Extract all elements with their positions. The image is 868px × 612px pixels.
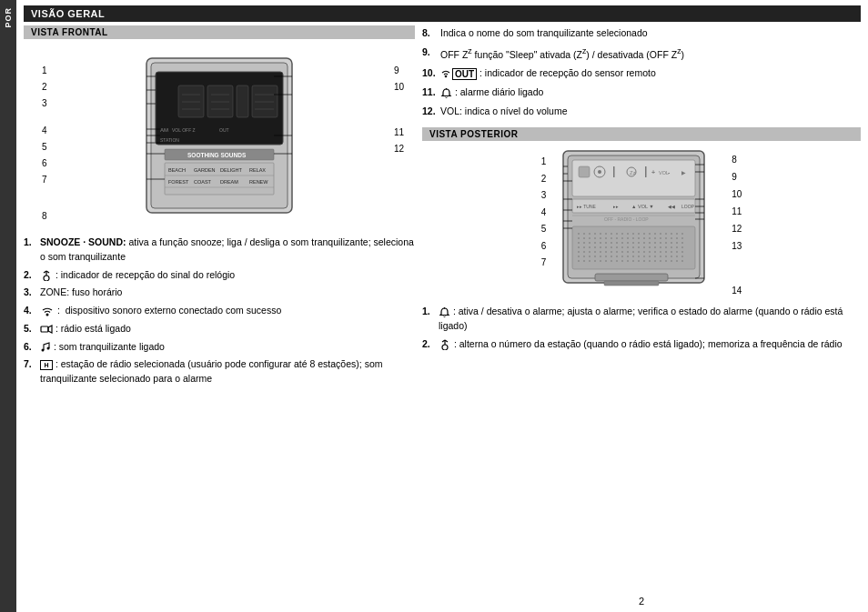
svg-point-101 [583, 237, 585, 239]
svg-point-185 [605, 256, 607, 257]
device-front-area: 1 2 3 4 5 6 7 8 [24, 45, 415, 228]
svg-text:BEACH: BEACH [168, 167, 186, 173]
svg-text:GARDEN: GARDEN [194, 167, 216, 173]
svg-point-151 [638, 246, 640, 248]
svg-point-138 [676, 242, 678, 244]
svg-point-212 [643, 260, 645, 262]
svg-point-103 [594, 237, 596, 239]
svg-point-95 [660, 233, 661, 235]
svg-text:RENEW: RENEW [249, 179, 268, 185]
svg-point-158 [676, 246, 678, 248]
svg-rect-220 [595, 274, 668, 281]
svg-point-81 [583, 233, 585, 235]
svg-point-88 [621, 233, 623, 235]
svg-point-199 [681, 256, 683, 257]
svg-text:RELAX: RELAX [249, 167, 266, 173]
svg-point-122 [589, 242, 590, 244]
svg-point-194 [654, 256, 656, 257]
out-icon: OUT [440, 68, 477, 80]
svg-point-188 [621, 256, 623, 257]
svg-point-146 [611, 246, 612, 248]
svg-point-155 [660, 246, 661, 248]
right-items-list: 8. Indica o nome do som tranquilizante s… [422, 25, 861, 122]
list-item: 1. SNOOZE · SOUND: ativa a função snooze… [24, 236, 415, 265]
svg-point-215 [660, 260, 661, 262]
svg-text:VOL OFF Z: VOL OFF Z [172, 127, 196, 133]
svg-point-163 [594, 251, 596, 253]
svg-point-45 [44, 276, 49, 281]
list-item: 2. : indicador de recepção do sinal do r… [24, 268, 415, 283]
list-item: 9. OFF Zz função "Sleep" ativada (Zz) / … [422, 45, 861, 62]
svg-point-117 [671, 237, 672, 239]
left-numbers: 1 2 3 4 5 6 7 8 [42, 63, 47, 225]
right-numbers: 9 10 11 12 [394, 63, 404, 157]
svg-point-154 [654, 246, 656, 248]
front-desc-list: 1. SNOOZE · SOUND: ativa a função snooze… [24, 236, 415, 390]
svg-text:DELIGHT: DELIGHT [220, 167, 242, 173]
svg-point-198 [676, 256, 678, 257]
svg-text:▶: ▶ [681, 170, 686, 176]
svg-point-208 [621, 260, 623, 262]
device-back-svg: Zz + VOL - ▶ ▸▸ TUNE ▸▸ ▲ VOL ▼ ◀◀ [550, 146, 732, 292]
page-number: 2 [422, 592, 861, 607]
svg-point-204 [600, 260, 601, 262]
svg-point-118 [676, 237, 678, 239]
svg-point-99 [681, 233, 683, 235]
svg-point-128 [621, 242, 623, 244]
svg-point-112 [643, 237, 645, 239]
device-back-area: 1 2 3 4 5 6 7 [422, 146, 861, 299]
svg-point-174 [654, 251, 656, 253]
list-item: 2. : alterna o número da estação (quando… [422, 337, 861, 352]
svg-rect-59 [572, 160, 695, 196]
svg-point-104 [600, 237, 601, 239]
svg-rect-4 [207, 85, 233, 117]
svg-point-93 [649, 233, 651, 235]
side-tab: POR [0, 0, 16, 612]
svg-point-165 [605, 251, 607, 253]
svg-point-178 [676, 251, 678, 253]
list-item: 5. : rádio está ligado [24, 322, 415, 336]
svg-point-135 [660, 242, 661, 244]
svg-rect-6 [252, 85, 278, 117]
svg-point-49 [46, 314, 49, 316]
svg-rect-5 [237, 85, 248, 117]
svg-point-153 [649, 246, 651, 248]
svg-point-89 [627, 233, 629, 235]
two-col-layout: VISTA FRONTAL 1 2 3 4 5 6 7 8 [24, 25, 861, 607]
svg-point-147 [616, 246, 618, 248]
list-item: 6. : som tranquilizante ligado [24, 340, 415, 355]
svg-text:FOREST: FOREST [168, 179, 189, 185]
svg-point-148 [621, 246, 623, 248]
svg-point-131 [638, 242, 640, 244]
svg-point-206 [611, 260, 612, 262]
svg-point-172 [643, 251, 645, 253]
svg-point-124 [600, 242, 601, 244]
device-svg-front: AM VOL OFF Z OUT STATION SOOTHING SOUNDS… [128, 45, 310, 228]
antenna-icon-back [439, 339, 451, 350]
svg-point-132 [643, 242, 645, 244]
svg-point-109 [627, 237, 629, 239]
svg-point-94 [654, 233, 656, 235]
svg-point-149 [627, 246, 629, 248]
svg-point-86 [611, 233, 612, 235]
svg-point-214 [654, 260, 656, 262]
svg-point-218 [676, 260, 678, 262]
svg-point-130 [632, 242, 634, 244]
svg-point-80 [578, 233, 580, 235]
svg-point-110 [632, 237, 634, 239]
svg-text:OUT: OUT [219, 127, 229, 133]
svg-point-54 [445, 75, 448, 78]
svg-text:STATION: STATION [160, 137, 179, 143]
svg-point-52 [42, 348, 45, 351]
svg-point-144 [600, 246, 601, 248]
svg-point-105 [605, 237, 607, 239]
back-desc-list: 1. : ativa / desativa o alarme; ajusta o… [422, 305, 861, 351]
svg-point-164 [600, 251, 601, 253]
svg-text:▸▸: ▸▸ [613, 204, 619, 209]
svg-point-196 [665, 256, 667, 257]
svg-rect-3 [178, 85, 204, 117]
svg-point-92 [643, 233, 645, 235]
list-item: 12. VOL: indica o nível do volume [422, 104, 861, 119]
svg-point-152 [643, 246, 645, 248]
svg-point-142 [589, 246, 590, 248]
